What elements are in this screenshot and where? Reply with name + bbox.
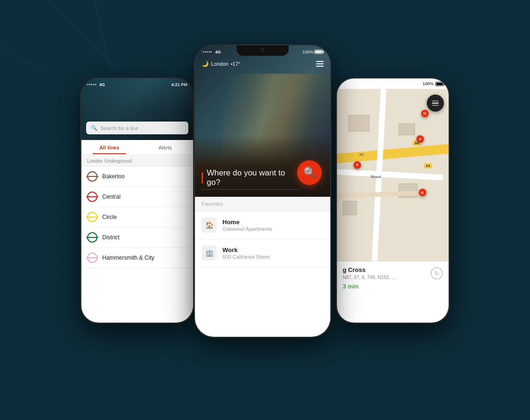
phone-center: ••••• 4G 4:21 PM 100% 🌙 — [194, 44, 331, 338]
battery-fill — [315, 51, 322, 53]
search-overlay: Where do you want to go? — [202, 168, 300, 187]
central-icon — [87, 192, 97, 202]
refresh-button[interactable]: ↻ — [431, 267, 443, 280]
temperature-text: •17° — [231, 61, 241, 67]
left-screen: ••••• 4G 4:21 PM 🔍 Search for a line All… — [81, 79, 193, 323]
left-signal: ••••• — [87, 82, 97, 87]
tabs-bar: All lines Alerts — [81, 140, 193, 155]
hamburger-line — [316, 66, 324, 67]
map-pin-g: G — [421, 110, 429, 117]
center-battery-pct: 100% — [302, 50, 313, 54]
list-item[interactable]: Bakerloo — [81, 166, 193, 187]
map-pin-k: K — [419, 189, 426, 196]
circle-icon — [87, 212, 97, 222]
home-details: Home Oakwood Apartments — [222, 219, 324, 232]
line-name-bakerloo: Bakerloo — [102, 173, 124, 180]
district-icon — [87, 232, 97, 243]
right-battery-icon — [435, 82, 444, 86]
work-address: 600 California Street — [222, 254, 324, 260]
favorites-header: Favorites — [195, 197, 330, 211]
home-name: Home — [222, 219, 324, 226]
location-text: London — [211, 61, 229, 67]
routes-list: N87, 87, 6, 748, N155, ... — [343, 275, 443, 280]
list-item[interactable]: Circle — [81, 207, 193, 228]
map-label-a4: A4 — [359, 152, 364, 156]
map-building-1 — [348, 115, 370, 131]
map-badge-a4-2: A4 — [424, 163, 432, 168]
line-name-district: District — [102, 234, 120, 241]
phone-left: ••••• 4G 4:21 PM 🔍 Search for a line All… — [80, 78, 194, 324]
right-screen: 100% A4 Str — [337, 79, 449, 323]
search-icon: 🔍 — [91, 125, 97, 131]
search-prompt-area: Where do you want to go? — [202, 168, 300, 187]
tab-all-lines[interactable]: All lines — [81, 140, 137, 154]
line-name-circle: Circle — [102, 214, 117, 220]
tab-alerts[interactable]: Alerts — [137, 140, 193, 154]
home-icon: 🏠 — [202, 218, 217, 233]
line-name-central: Central — [102, 193, 121, 200]
center-signal: ••••• — [203, 50, 212, 54]
map-building-2 — [398, 123, 415, 135]
map-menu-button[interactable] — [427, 95, 444, 112]
left-time: 4:21 PM — [171, 82, 187, 87]
hamburger-line — [316, 63, 324, 64]
line-name-hammersmith: Hammersmith & City — [102, 254, 154, 261]
phone-right: 100% A4 Str — [336, 78, 450, 324]
right-bottom-panel: ↻ g Cross N87, 87, 6, 748, N155, ... 3 m… — [337, 261, 449, 323]
moon-icon: 🌙 — [202, 61, 209, 67]
favorite-home-item[interactable]: 🏠 Home Oakwood Apartments — [195, 211, 330, 239]
map-label-strand: Strand — [371, 175, 381, 178]
work-details: Work 600 California Street — [222, 246, 324, 260]
map-building-4 — [343, 201, 357, 215]
left-hero-image: ••••• 4G 4:21 PM 🔍 Search for a line — [81, 79, 193, 140]
hamburger-menu[interactable] — [316, 61, 324, 67]
search-fab-icon: 🔍 — [303, 166, 316, 179]
center-bottom: Favorites 🏠 Home Oakwood Apartments 🏢 Wo… — [195, 197, 330, 337]
center-hero: ••••• 4G 4:21 PM 100% 🌙 — [195, 45, 330, 197]
left-search-placeholder: Search for a line — [100, 125, 138, 131]
right-status-bar: 100% — [337, 79, 449, 89]
search-prompt-text: Where do you want to go? — [207, 168, 300, 187]
section-header-underground: London Underground — [81, 155, 193, 166]
map-area[interactable]: A4 Strand A4 A4 G F F K — [337, 89, 449, 261]
search-fab-button[interactable]: 🔍 — [297, 160, 322, 185]
phones-container: ••••• 4G 4:21 PM 🔍 Search for a line All… — [80, 30, 450, 390]
search-bar-indicator — [202, 172, 203, 184]
favorite-work-item[interactable]: 🏢 Work 600 California Street — [195, 239, 330, 267]
left-network: 4G — [99, 82, 105, 87]
list-item[interactable]: Hammersmith & City — [81, 248, 193, 268]
center-battery-icon — [314, 50, 323, 54]
hamburger-line — [316, 61, 324, 62]
list-item[interactable]: Central — [81, 187, 193, 207]
work-name: Work — [222, 246, 324, 254]
location-name: g Cross — [343, 266, 443, 273]
location-weather: 🌙 London •17° — [202, 61, 240, 67]
bakerloo-icon — [87, 171, 97, 182]
list-item[interactable]: District — [81, 228, 193, 248]
phone-notch — [237, 45, 289, 56]
hero-top-bar: 🌙 London •17° — [195, 59, 330, 71]
lines-list: Bakerloo Central Circle District Hammers… — [81, 166, 193, 323]
center-network: 4G — [215, 50, 221, 54]
left-search-bar[interactable]: 🔍 Search for a line — [86, 122, 188, 134]
center-screen: ••••• 4G 4:21 PM 100% 🌙 — [195, 45, 330, 337]
home-address: Oakwood Apartments — [222, 226, 324, 232]
work-icon: 🏢 — [202, 245, 217, 261]
hammersmith-icon — [87, 253, 97, 263]
right-battery-pct: 100% — [423, 81, 433, 86]
camera-dot — [261, 48, 265, 52]
arrival-time: 3 min — [343, 283, 443, 290]
